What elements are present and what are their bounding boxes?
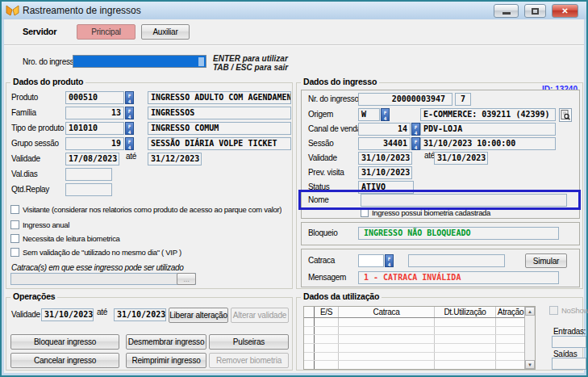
header-indicator-cell: [304, 307, 315, 317]
familia-desc-field: INGRESSOS: [148, 107, 291, 119]
f4-icon: 4: [415, 145, 418, 150]
prev-visita-field[interactable]: 31/10/2023: [358, 166, 412, 179]
ticket-number-label: Nro. do ingresso: [23, 57, 78, 66]
table-row[interactable]: [304, 361, 535, 369]
canal-venda-desc-field: PDV-LOJA: [420, 123, 556, 136]
ticket-group-title: Dados do ingresso: [301, 77, 379, 86]
alterar-validade-button[interactable]: Alterar validade: [231, 308, 289, 323]
app-icon: [6, 5, 19, 17]
biometria-cadastrada-checkbox-label: Ingresso possui biometria cadastrada: [372, 208, 490, 217]
scroll-down-icon[interactable]: ▼: [525, 360, 535, 369]
familia-code-field[interactable]: 13: [65, 107, 124, 119]
catraca-lookup-button[interactable]: F4: [385, 254, 394, 267]
close-button[interactable]: ✕: [552, 4, 578, 18]
text-caret: [198, 57, 204, 66]
operations-validade-to-field[interactable]: 31/10/2023: [114, 308, 166, 321]
simular-button[interactable]: Simular: [525, 253, 567, 268]
tipo-produto-code-field[interactable]: 101010: [65, 122, 124, 135]
ticket-number-input[interactable]: [73, 55, 206, 68]
enter-hint: ENTER para utilizar: [213, 54, 288, 63]
product-validade-to-field[interactable]: 31/12/2023: [148, 153, 202, 165]
product-validade-label: Validade: [11, 154, 40, 163]
maximize-button[interactable]: [524, 4, 546, 18]
origem-code-field[interactable]: W: [358, 108, 380, 121]
produto-lookup-button[interactable]: F4: [125, 91, 134, 104]
usage-table[interactable]: E/S Catraca Dt.Utilização Atração: [303, 306, 536, 370]
ticket-validade-from-field[interactable]: 31/10/2023: [358, 152, 412, 165]
sessao-label: Sessão: [308, 139, 334, 148]
checkbox-box-icon: [549, 306, 558, 315]
checkbox-box-icon: [10, 205, 19, 214]
grupo-sessao-code-field[interactable]: 19: [65, 137, 124, 150]
tipo-produto-lookup-button[interactable]: F4: [125, 122, 134, 135]
val-dias-label: Val.dias: [11, 170, 37, 178]
table-row[interactable]: [304, 344, 535, 353]
cancelar-ingresso-button[interactable]: Cancelar ingresso: [10, 353, 119, 368]
tab-esc-hint: TAB / ESC para sair: [213, 63, 288, 72]
table-row[interactable]: [304, 353, 535, 362]
title-bar: Rastreamento de ingressos ✕: [2, 2, 586, 19]
origem-desc-field: E-COMMERCE: 039211 (42399): [420, 108, 556, 121]
canal-venda-lookup-button[interactable]: F4: [411, 123, 420, 136]
f4-icon: F: [415, 139, 418, 145]
vip-checkbox[interactable]: Sem validação de "utilizado no mesmo dia…: [10, 248, 181, 257]
minimize-icon: [503, 12, 511, 15]
visitante-checkbox[interactable]: Visitante (considerar nos relatorios com…: [10, 205, 281, 214]
nr-ingresso-field[interactable]: 20000003947: [358, 93, 452, 106]
document-magnifier-icon: [561, 110, 570, 120]
product-group-title: Dados do produto: [10, 77, 85, 86]
product-validade-ate-label: até: [126, 152, 136, 161]
operations-validade-label: Validade: [11, 310, 40, 319]
biometria-cadastrada-checkbox[interactable]: Ingresso possui biometria cadastrada: [361, 208, 490, 217]
operations-validade-ate-label: até: [97, 308, 107, 316]
bloquear-ingresso-button[interactable]: Bloquear ingresso: [10, 334, 119, 350]
status-field: ATIVO: [358, 181, 414, 194]
liberar-alteracao-button[interactable]: Liberar alteração: [169, 308, 228, 323]
val-dias-field[interactable]: [65, 168, 112, 181]
nome-field[interactable]: [361, 194, 567, 207]
remover-biometria-button[interactable]: Remover biometria: [209, 353, 289, 368]
scroll-up-icon[interactable]: ▲: [525, 307, 535, 316]
pulseiras-button[interactable]: Pulseiras: [209, 334, 289, 350]
produto-code-field[interactable]: 000510: [65, 91, 124, 104]
sessao-code-field[interactable]: 34401: [358, 137, 411, 150]
catracas-permitidas-field[interactable]: [10, 273, 196, 285]
noshow-checkbox[interactable]: NoShow: [549, 306, 588, 315]
ingresso-anual-checkbox[interactable]: Ingresso anual: [10, 220, 69, 229]
familia-label: Família: [11, 108, 36, 117]
minimize-button[interactable]: [494, 4, 519, 18]
product-validade-from-field[interactable]: 17/08/2023: [65, 153, 119, 165]
entradas-field: [552, 336, 586, 348]
table-scrollbar[interactable]: ▲ ▼: [524, 307, 535, 369]
usage-table-header: E/S Catraca Dt.Utilização Atração: [304, 307, 535, 318]
header-dt-utilizacao: Dt.Utilização: [435, 307, 496, 317]
origem-lookup-button[interactable]: F4: [381, 108, 390, 121]
familia-lookup-button[interactable]: F4: [125, 107, 134, 119]
desmembrar-ingresso-button[interactable]: Desmembrar ingresso: [126, 334, 206, 350]
tipo-produto-label: Tipo de produto: [11, 124, 64, 132]
origem-detail-button[interactable]: [559, 108, 572, 122]
canal-venda-code-field[interactable]: 14: [358, 123, 411, 136]
table-row[interactable]: [304, 318, 535, 327]
server-auxiliar-button[interactable]: Auxiliar: [141, 24, 190, 40]
reimprimir-ingresso-button[interactable]: Reimprimir ingresso: [126, 353, 206, 368]
leitura-biometrica-checkbox[interactable]: Necessita de leitura biometrica: [10, 234, 120, 243]
qtd-replay-field[interactable]: [65, 183, 112, 196]
sessao-lookup-button[interactable]: F4: [411, 137, 420, 150]
table-row[interactable]: [304, 335, 535, 344]
operations-validade-from-field[interactable]: 31/10/2023: [41, 308, 94, 321]
ticket-validade-to-field[interactable]: 31/10/2023: [434, 152, 488, 165]
table-row[interactable]: [304, 327, 535, 336]
f4-icon: 4: [128, 129, 131, 135]
catraca-code-field[interactable]: [358, 254, 384, 267]
catracas-browse-button[interactable]: ...: [177, 273, 196, 285]
grupo-sessao-lookup-button[interactable]: F4: [125, 137, 134, 150]
catraca-desc-field: [408, 254, 505, 267]
f4-icon: 4: [415, 130, 418, 136]
sessao-desc-field: 31/10/2023 10:00:00: [420, 137, 556, 150]
checkbox-box-icon: [10, 248, 19, 257]
server-principal-button[interactable]: Principal: [77, 24, 136, 40]
visitante-checkbox-label: Visitante (considerar nos relatorios com…: [23, 205, 281, 214]
nr-ingresso-digit-field[interactable]: 7: [455, 93, 471, 106]
operations-group-title: Operações: [10, 291, 57, 301]
